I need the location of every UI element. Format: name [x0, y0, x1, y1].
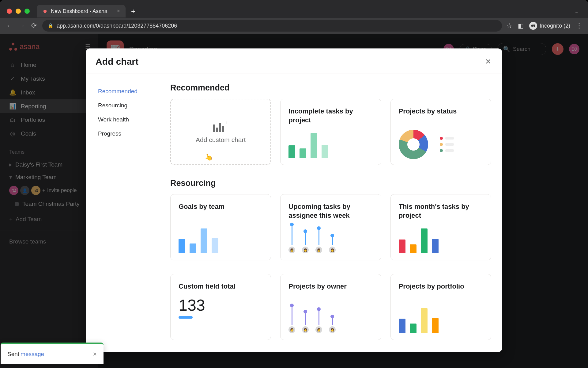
lock-icon: 🔒 — [48, 23, 54, 29]
donut-chart-preview — [399, 130, 454, 159]
chrome-actions: ☆ ◧ 🕶 Incognito (2) ⋮ — [506, 22, 582, 30]
incognito-indicator[interactable]: 🕶 Incognito (2) — [529, 22, 570, 30]
browser-tabs: New Dashboard - Asana × + — [37, 5, 135, 17]
modal-nav-recommended[interactable]: Recommended — [96, 84, 159, 98]
forward-button[interactable]: → — [18, 22, 26, 30]
url-text: app.asana.com/0/dashboard/12032778847062… — [57, 23, 177, 29]
url-field[interactable]: 🔒 app.asana.com/0/dashboard/120327788470… — [42, 20, 502, 32]
chart-card-upcoming-tasks[interactable]: Upcoming tasks by assignee this week 👩 👩… — [280, 194, 381, 260]
toast-text: Sent — [7, 351, 19, 358]
chart-card-projects-by-status[interactable]: Projects by status — [390, 99, 491, 165]
big-number: 133 — [179, 296, 263, 314]
window-minimize-button[interactable] — [16, 9, 21, 14]
chart-card-custom-field-total[interactable]: Custom field total 133 — [170, 274, 271, 340]
back-button[interactable]: ← — [6, 22, 13, 30]
star-icon[interactable]: ☆ — [506, 22, 512, 30]
underline-pill — [179, 316, 193, 319]
bar-chart-preview — [288, 130, 373, 158]
tab-favicon — [42, 9, 48, 14]
reload-button[interactable]: ⟳ — [30, 22, 38, 30]
close-icon[interactable]: × — [93, 350, 97, 358]
card-title: Projects by status — [399, 107, 483, 116]
section-title: Resourcing — [170, 178, 491, 188]
modal-header: Add chart ✕ — [86, 48, 502, 74]
cards-grid-resourcing-2: Custom field total 133 Projects by owner… — [170, 274, 491, 340]
cards-grid-resourcing-1: Goals by team Upcoming tasks by assignee… — [170, 194, 491, 260]
card-title: Projects by owner — [288, 282, 373, 291]
card-title: Goals by team — [179, 202, 263, 211]
bar-chart-preview — [399, 305, 483, 333]
bar-chart-preview — [179, 226, 263, 253]
chart-card-projects-by-portfolio[interactable]: Projects by portfolio — [390, 274, 491, 340]
card-title: This month's tasks by project — [399, 202, 483, 220]
card-title: Incomplete tasks by project — [288, 107, 373, 125]
modal-nav-progress[interactable]: Progress — [96, 127, 159, 141]
tab-title: New Dashboard - Asana — [51, 8, 107, 14]
chart-card-months-tasks[interactable]: This month's tasks by project — [390, 194, 491, 260]
window-maximize-button[interactable] — [24, 9, 30, 14]
modal-title: Add chart — [96, 56, 138, 67]
lollipop-chart-preview: 👩 👩 👩 👩 — [288, 302, 373, 333]
modal-nav-resourcing[interactable]: Resourcing — [96, 98, 159, 113]
browser-tab[interactable]: New Dashboard - Asana × — [37, 5, 126, 17]
bar-chart-preview — [399, 226, 483, 253]
new-tab-button[interactable]: + — [131, 7, 135, 16]
bar-chart-plus-icon: + — [213, 121, 228, 132]
toast: Sent message × — [1, 343, 104, 364]
window-close-button[interactable] — [7, 9, 12, 14]
panel-icon[interactable]: ◧ — [518, 22, 524, 29]
add-custom-chart-card[interactable]: + Add custom chart — [170, 99, 271, 165]
incognito-label: Incognito (2) — [540, 23, 570, 29]
kebab-menu-icon[interactable]: ⋮ — [576, 22, 582, 30]
tabs-overflow-icon[interactable]: ⌄ — [574, 8, 579, 15]
section-title: Recommended — [170, 83, 491, 93]
chart-card-goals-by-team[interactable]: Goals by team — [170, 194, 271, 260]
chart-card-projects-by-owner[interactable]: Projects by owner 👩 👩 👩 👩 — [280, 274, 381, 340]
card-title: Upcoming tasks by assignee this week — [288, 202, 373, 220]
modal-content: Recommended + Add custom chart Incomplet… — [165, 74, 502, 352]
window-controls — [7, 9, 30, 14]
toast-link[interactable]: message — [21, 351, 44, 358]
lollipop-chart-preview: 👩 👩 👩 👩 — [288, 223, 373, 253]
chart-card-incomplete-tasks[interactable]: Incomplete tasks by project — [280, 99, 381, 165]
cards-grid-recommended: + Add custom chart Incomplete tasks by p… — [170, 99, 491, 165]
incognito-icon: 🕶 — [529, 22, 537, 30]
custom-chart-label: Add custom chart — [196, 136, 246, 144]
tab-close-icon[interactable]: × — [117, 8, 120, 14]
modal-nav: Recommended Resourcing Work health Progr… — [86, 74, 165, 352]
address-bar: ← → ⟳ 🔒 app.asana.com/0/dashboard/120327… — [0, 18, 588, 34]
close-icon[interactable]: ✕ — [485, 57, 491, 66]
card-title: Projects by portfolio — [399, 282, 483, 291]
card-title: Custom field total — [179, 282, 263, 291]
add-chart-modal: Add chart ✕ Recommended Resourcing Work … — [86, 48, 502, 352]
modal-nav-work-health[interactable]: Work health — [96, 113, 159, 127]
browser-chrome: New Dashboard - Asana × + ⌄ ← → ⟳ 🔒 app.… — [0, 0, 588, 34]
